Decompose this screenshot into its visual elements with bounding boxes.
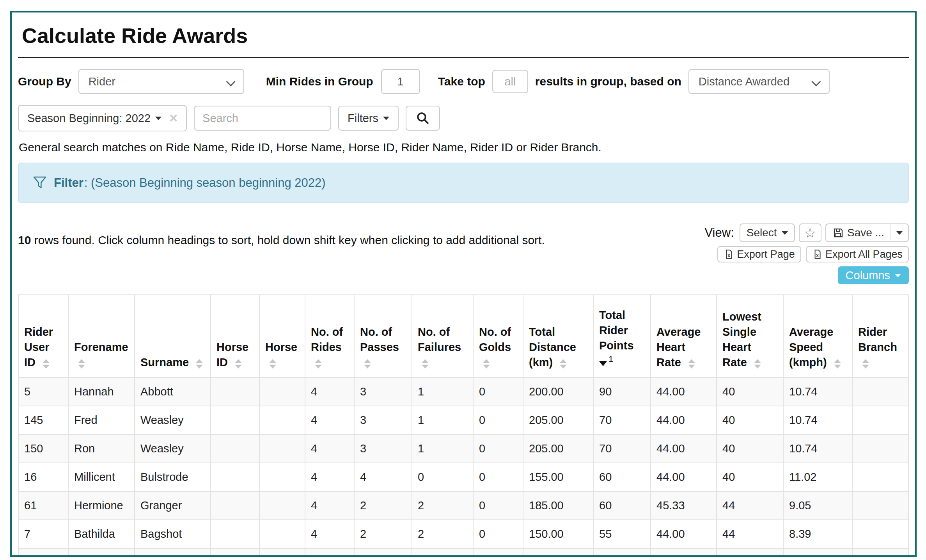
results-summary: 10 rows found. Click column headings to … [18, 234, 545, 247]
group-by-select[interactable]: Rider [78, 69, 244, 94]
column-header-total-distance-km-[interactable]: Total Distance (km) [523, 295, 593, 377]
table-cell: 44.00 [651, 463, 717, 491]
column-header-average-speed-kmph-[interactable]: Average Speed (kmph) [783, 295, 852, 377]
remove-filter-icon[interactable]: × [169, 111, 177, 125]
view-select-button[interactable]: Select [740, 223, 795, 242]
table-cell [717, 548, 783, 557]
table-cell: 60 [593, 463, 651, 491]
column-header-no-of-passes[interactable]: No. of Passes [354, 295, 412, 377]
table-cell: Fred [68, 406, 135, 434]
season-filter-label: Season Beginning: 2022 [27, 112, 151, 125]
export-toolbar: x Export Page x Export All Pages [717, 246, 909, 262]
search-hint: General search matches on Ride Name, Rid… [19, 141, 909, 154]
table-cell: 2 [412, 520, 473, 548]
table-cell: 3 [354, 377, 412, 406]
column-header-forename[interactable]: Forename [68, 295, 135, 377]
save-view-group: Save ... [825, 223, 909, 242]
save-view-button[interactable]: Save ... [825, 223, 891, 242]
column-header-no-of-rides[interactable]: No. of Rides [305, 295, 354, 377]
column-header-horse[interactable]: Horse [259, 295, 305, 377]
column-header-lowest-single-heart-rate[interactable]: Lowest Single Heart Rate [717, 295, 783, 377]
table-cell: 0 [473, 491, 523, 520]
table-cell: 4 [305, 491, 354, 520]
columns-button[interactable]: Columns [838, 266, 909, 284]
sort-icon [688, 359, 695, 369]
table-cell: 4 [305, 434, 354, 463]
table-cell: 61 [18, 491, 68, 520]
page-frame: Calculate Ride Awards Group By Rider Min… [10, 11, 917, 557]
export-all-pages-button[interactable]: x Export All Pages [806, 246, 909, 262]
column-header-no-of-golds[interactable]: No. of Golds [473, 295, 523, 377]
table-cell: 3 [354, 406, 412, 434]
search-icon [416, 111, 430, 125]
chevron-down-icon [226, 77, 235, 87]
table-cell: Ron [68, 434, 135, 463]
table-cell: 155.00 [523, 463, 593, 491]
group-by-value: Rider [89, 75, 115, 88]
table-cell: 44.00 [651, 434, 717, 463]
filters-button[interactable]: Filters [338, 106, 399, 131]
sort-icon [78, 359, 85, 369]
sort-desc-icon [599, 361, 607, 366]
export-page-button[interactable]: x Export Page [717, 246, 801, 262]
table-cell: 2 [354, 520, 412, 548]
table-cell: Bulstrode [135, 463, 211, 491]
take-top-label: Take top [438, 75, 485, 88]
table-row-partial [18, 548, 908, 557]
table-header-row: Rider User ID Forename Surname Horse ID … [18, 295, 908, 377]
table-cell [852, 520, 908, 548]
based-on-select[interactable]: Distance Awarded [688, 69, 830, 94]
table-cell: 2 [354, 491, 412, 520]
caret-down-icon [155, 117, 161, 120]
table-cell: 3 [354, 434, 412, 463]
column-header-surname[interactable]: Surname [135, 295, 211, 377]
sort-icon [422, 359, 429, 369]
favorite-star-button[interactable]: ☆ [799, 223, 821, 242]
filter-toolbar: Season Beginning: 2022 × Filters [18, 105, 909, 131]
table-cell: 150 [18, 434, 68, 463]
table-cell [852, 406, 908, 434]
take-top-input[interactable] [492, 70, 528, 93]
column-header-average-heart-rate[interactable]: Average Heart Rate [651, 295, 717, 377]
table-cell: 40 [717, 434, 783, 463]
table-cell: Bagshot [135, 520, 211, 548]
table-cell [211, 406, 259, 434]
min-rides-input[interactable] [381, 69, 420, 94]
column-header-no-of-failures[interactable]: No. of Failures [412, 295, 473, 377]
table-cell: Granger [135, 491, 211, 520]
filters-button-label: Filters [348, 112, 378, 125]
table-cell [211, 434, 259, 463]
table-row: 61HermioneGranger4220185.006045.33449.05 [18, 491, 908, 520]
svg-text:x: x [816, 253, 819, 258]
table-cell [852, 548, 908, 557]
table-cell [259, 434, 305, 463]
view-label: View: [705, 226, 734, 240]
sort-icon [364, 359, 371, 369]
table-row: 5HannahAbbott4310200.009044.004010.74 [18, 377, 908, 406]
table-cell: 200.00 [523, 377, 593, 406]
table-cell: 4 [305, 520, 354, 548]
table-cell [259, 463, 305, 491]
column-header-rider-branch[interactable]: Rider Branch [852, 295, 908, 377]
table-cell: 4 [354, 463, 412, 491]
table-cell: 5 [18, 377, 68, 406]
column-header-total-rider-points[interactable]: Total Rider Points 1 [593, 295, 651, 377]
season-filter-chip[interactable]: Season Beginning: 2022 × [18, 105, 187, 131]
search-input[interactable] [194, 106, 331, 131]
save-view-caret-button[interactable] [891, 223, 909, 242]
search-button[interactable] [406, 106, 440, 131]
sort-icon [560, 359, 567, 369]
table-cell: 1 [412, 406, 473, 434]
caret-down-icon [782, 231, 788, 235]
funnel-icon [32, 175, 48, 191]
table-cell [473, 548, 523, 557]
excel-file-icon: x [812, 249, 822, 259]
grouping-controls: Group By Rider Min Rides in Group Take t… [18, 69, 909, 94]
column-header-horse-id[interactable]: Horse ID [211, 295, 259, 377]
column-header-rider-user-id[interactable]: Rider User ID [18, 295, 68, 377]
table-cell: 70 [593, 406, 651, 434]
table-cell: 70 [593, 434, 651, 463]
table-cell: Weasley [135, 406, 211, 434]
table-cell: 145 [18, 406, 68, 434]
table-cell: 185.00 [523, 491, 593, 520]
